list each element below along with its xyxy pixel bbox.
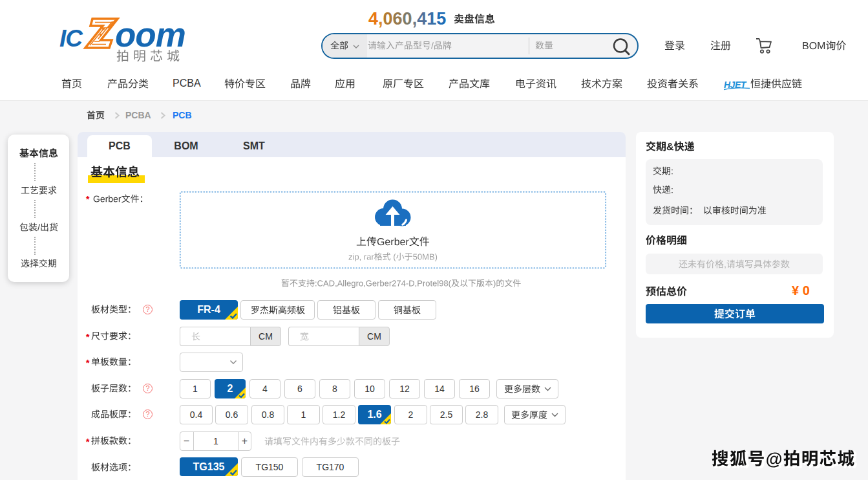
svg-text:oom: oom (115, 16, 185, 54)
svg-text:IC: IC (59, 25, 83, 52)
